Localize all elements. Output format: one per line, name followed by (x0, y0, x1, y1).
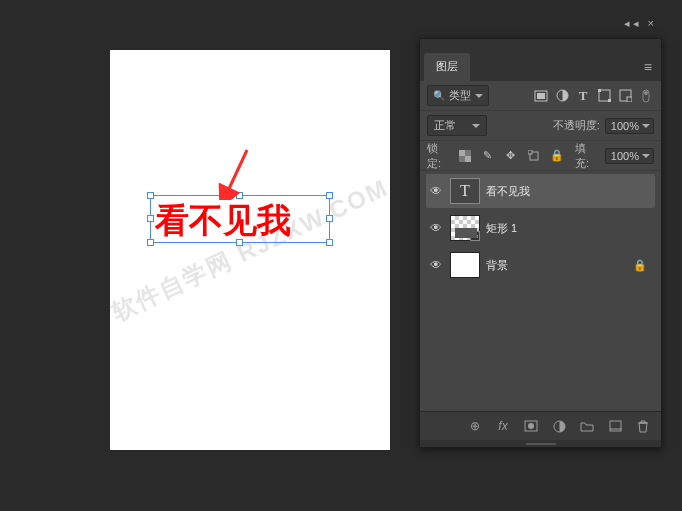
lock-transparency-icon[interactable] (457, 148, 473, 164)
visibility-toggle[interactable]: 👁 (428, 258, 444, 272)
search-icon: 🔍 (433, 90, 445, 101)
panel-resize-grip[interactable] (420, 440, 661, 447)
delete-layer-icon[interactable] (635, 418, 651, 434)
layer-thumbnail[interactable] (450, 252, 480, 278)
panel-menu-icon[interactable]: ≡ (644, 59, 653, 75)
layer-name-label[interactable]: 看不见我 (486, 184, 530, 199)
layer-item-shape[interactable]: 👁 ▭ 矩形 1 (426, 211, 655, 245)
chevron-down-icon (472, 124, 480, 128)
transform-handle-tl[interactable] (147, 192, 154, 199)
svg-point-20 (528, 423, 534, 429)
lock-icon: 🔒 (633, 259, 647, 272)
chevron-down-icon (475, 94, 483, 98)
lock-label: 锁定: (427, 141, 452, 171)
lock-position-icon[interactable]: ✥ (503, 148, 519, 164)
layers-panel: ◂◂ × 图层 ≡ 🔍 类型 T 正常 不 (419, 38, 662, 448)
svg-rect-5 (537, 93, 545, 99)
blend-mode-label: 正常 (434, 118, 456, 133)
blend-opacity-row: 正常 不透明度: 100% (420, 111, 661, 141)
visibility-toggle[interactable]: 👁 (428, 184, 444, 198)
opacity-input[interactable]: 100% (605, 118, 654, 134)
svg-rect-11 (627, 97, 632, 102)
transform-handle-mr[interactable] (326, 215, 333, 222)
filter-smart-icon[interactable] (617, 88, 633, 104)
opacity-value: 100% (611, 120, 639, 132)
fill-label: 填充: (575, 141, 600, 171)
svg-rect-18 (528, 150, 532, 154)
layer-style-icon[interactable]: fx (495, 418, 511, 434)
transform-handle-bc[interactable] (236, 239, 243, 246)
panel-footer: ⊕ fx (420, 411, 661, 440)
layer-list: 👁 T 看不见我 👁 ▭ 矩形 1 👁 背景 🔒 (420, 171, 661, 411)
link-layers-icon[interactable]: ⊕ (467, 418, 483, 434)
layer-thumbnail[interactable]: ▭ (450, 215, 480, 241)
svg-rect-8 (598, 89, 601, 92)
text-layer-bounding-box[interactable]: 看不见我 (150, 195, 330, 243)
adjustment-layer-icon[interactable] (551, 418, 567, 434)
svg-rect-9 (608, 99, 611, 102)
transform-handle-br[interactable] (326, 239, 333, 246)
layer-name-label[interactable]: 背景 (486, 258, 508, 273)
new-layer-icon[interactable] (607, 418, 623, 434)
filter-type-select[interactable]: 🔍 类型 (427, 85, 489, 106)
filter-adjustment-icon[interactable] (554, 88, 570, 104)
shape-badge-icon: ▭ (470, 231, 480, 241)
panel-tabs: 图层 ≡ (420, 47, 661, 81)
lock-all-icon[interactable]: 🔒 (549, 148, 565, 164)
text-layer-content[interactable]: 看不见我 (151, 196, 329, 244)
fill-value: 100% (611, 150, 639, 162)
layer-filter-row: 🔍 类型 T (420, 81, 661, 111)
filter-pixel-icon[interactable] (533, 88, 549, 104)
layer-item-background[interactable]: 👁 背景 🔒 (426, 248, 655, 282)
lock-artboard-icon[interactable] (526, 148, 542, 164)
svg-rect-16 (465, 156, 471, 162)
transform-handle-bl[interactable] (147, 239, 154, 246)
lock-pixels-icon[interactable]: ✎ (480, 148, 496, 164)
svg-point-13 (644, 91, 648, 95)
transform-handle-tr[interactable] (326, 192, 333, 199)
layer-name-label[interactable]: 矩形 1 (486, 221, 517, 236)
svg-rect-15 (459, 150, 465, 156)
lock-fill-row: 锁定: ✎ ✥ 🔒 填充: 100% (420, 141, 661, 171)
panel-titlebar[interactable]: ◂◂ × (420, 39, 661, 47)
opacity-label: 不透明度: (553, 118, 600, 133)
filter-toggle-icon[interactable] (638, 88, 654, 104)
layer-mask-icon[interactable] (523, 418, 539, 434)
transform-handle-tc[interactable] (236, 192, 243, 199)
chevron-down-icon (642, 154, 650, 158)
visibility-toggle[interactable]: 👁 (428, 221, 444, 235)
tab-layers[interactable]: 图层 (424, 53, 470, 81)
fill-input[interactable]: 100% (605, 148, 654, 164)
layer-item-text[interactable]: 👁 T 看不见我 (426, 174, 655, 208)
document-canvas[interactable]: 软件自学网 RJZXW.COM (110, 50, 390, 450)
group-icon[interactable] (579, 418, 595, 434)
filter-type-label: 类型 (449, 88, 471, 103)
transform-handle-ml[interactable] (147, 215, 154, 222)
panel-collapse-controls[interactable]: ◂◂ × (624, 17, 657, 30)
filter-text-icon[interactable]: T (575, 88, 591, 104)
blend-mode-select[interactable]: 正常 (427, 115, 487, 136)
chevron-down-icon (642, 124, 650, 128)
filter-shape-icon[interactable] (596, 88, 612, 104)
layer-thumbnail[interactable]: T (450, 178, 480, 204)
